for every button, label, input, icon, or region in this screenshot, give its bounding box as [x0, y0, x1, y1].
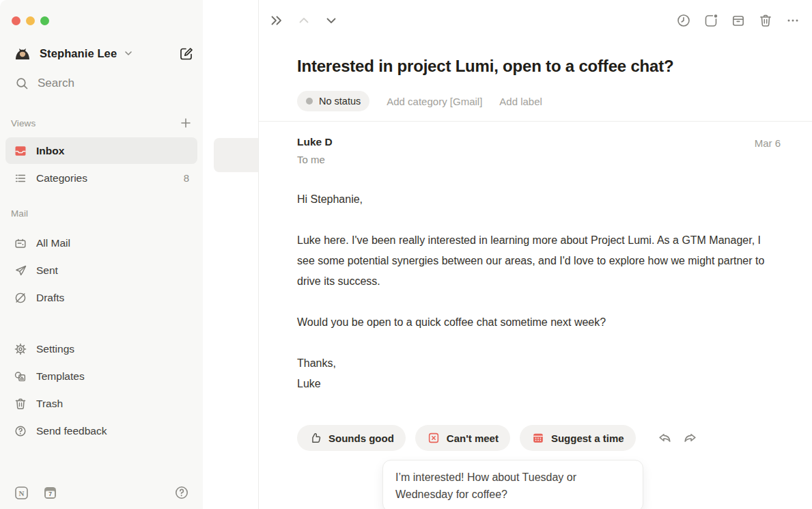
mail-header-label: Mail [11, 208, 28, 219]
forward-arrow-icon [682, 430, 699, 447]
recipient-line[interactable]: To me [297, 154, 325, 165]
views-header-label: Views [11, 118, 36, 128]
help-circle-icon [174, 485, 189, 500]
mail-section-header: Mail [11, 208, 192, 219]
body-paragraph: Would you be open to a quick coffee chat… [297, 312, 775, 333]
quick-replies-row: Sounds good Can't meet Suggest a time [297, 425, 699, 451]
trash-icon [14, 397, 27, 411]
search-icon [15, 77, 29, 90]
double-chevron-right-icon [269, 13, 284, 28]
sidebar-item-sent[interactable]: Sent [5, 257, 197, 284]
suggested-reply-text: I’m interested! How about Tuesday or Wed… [395, 469, 608, 503]
shapes-icon [14, 370, 27, 383]
sidebar-item-drafts[interactable]: Drafts [5, 284, 197, 311]
suggested-reply-tooltip[interactable]: I’m interested! How about Tuesday or Wed… [382, 460, 643, 509]
calendar-icon [531, 431, 545, 445]
gear-icon [14, 342, 27, 356]
search-input[interactable]: Search [15, 77, 74, 90]
email-meta-row: No status Add category [Gmail] Add label [297, 91, 542, 111]
sender-name[interactable]: Luke D [297, 136, 333, 148]
body-paragraph: Luke [297, 374, 775, 394]
quick-reply-cant-meet[interactable]: Can't meet [415, 425, 510, 451]
reply-arrow-icon [656, 430, 673, 447]
next-email-button[interactable] [324, 13, 339, 28]
thumbs-up-icon [309, 431, 322, 445]
chevron-down-icon [124, 49, 133, 58]
status-label: No status [319, 96, 361, 107]
more-options-button[interactable] [785, 13, 800, 28]
reply-forward-group [656, 430, 699, 447]
add-category-button[interactable]: Add category [Gmail] [387, 96, 482, 107]
sidebar-item-trash[interactable]: Trash [5, 390, 197, 417]
quick-reply-label: Can't meet [447, 432, 499, 444]
delete-button[interactable] [758, 13, 773, 28]
notion-icon: N [14, 486, 29, 500]
sidebar-item-settings[interactable]: Settings [5, 335, 197, 362]
calendar-app-button[interactable]: 7 [43, 486, 57, 500]
add-label-button[interactable]: Add label [499, 96, 542, 107]
sidebar-item-label: Trash [36, 398, 63, 410]
sidebar-footer: N 7 [14, 485, 189, 500]
reading-toolbar-left [269, 13, 339, 28]
inbox-icon [14, 144, 27, 158]
drafts-icon [14, 291, 27, 305]
square-dot-icon [703, 13, 718, 28]
quick-reply-sounds-good[interactable]: Sounds good [297, 425, 406, 451]
sidebar-item-label: Templates [36, 370, 85, 383]
all-mail-icon [14, 236, 27, 250]
sidebar-item-templates[interactable]: Templates [5, 363, 197, 389]
sidebar-item-label: Send feedback [36, 425, 107, 437]
selected-email-list-item[interactable] [214, 138, 258, 172]
search-placeholder: Search [38, 77, 74, 90]
sidebar-item-label: All Mail [36, 237, 70, 249]
calendar-app-icon: 7 [43, 486, 57, 500]
compose-icon [178, 46, 193, 61]
chevron-down-icon [324, 13, 339, 28]
quick-reply-label: Suggest a time [551, 432, 624, 444]
sidebar-item-label: Drafts [36, 292, 64, 304]
notion-app-button[interactable]: N [14, 486, 29, 500]
body-paragraph: Thanks, [297, 353, 775, 374]
avatar [14, 44, 31, 62]
panel-divider [258, 0, 259, 509]
sidebar-item-send-feedback[interactable]: Send feedback [5, 417, 197, 444]
sidebar-item-inbox[interactable]: Inbox [5, 137, 197, 164]
status-chip[interactable]: No status [297, 91, 369, 111]
message-date: Mar 6 [755, 137, 781, 149]
quick-reply-suggest-time[interactable]: Suggest a time [520, 425, 636, 451]
help-icon [14, 424, 27, 438]
sidebar: Stephanie Lee Search Views [0, 0, 203, 509]
help-button[interactable] [174, 485, 189, 500]
email-subject: Interested in project Lumi, open to a co… [297, 57, 673, 76]
archive-icon [731, 13, 746, 28]
account-name: Stephanie Lee [40, 47, 117, 60]
compose-button[interactable] [178, 46, 193, 61]
close-window-button[interactable] [12, 16, 20, 25]
chevron-up-icon [296, 13, 311, 28]
mail-list-strip [203, 0, 258, 509]
minimize-window-button[interactable] [26, 16, 35, 25]
zoom-window-button[interactable] [40, 16, 49, 25]
previous-email-button[interactable] [296, 13, 311, 28]
move-to-button[interactable] [703, 13, 718, 28]
add-view-button[interactable] [180, 117, 192, 129]
sidebar-item-categories[interactable]: Categories 8 [5, 165, 197, 191]
svg-text:N: N [19, 489, 25, 497]
account-switcher[interactable]: Stephanie Lee [14, 42, 193, 64]
expand-list-button[interactable] [269, 13, 284, 28]
sidebar-item-label: Categories [36, 172, 87, 184]
x-square-icon [427, 431, 440, 445]
snooze-button[interactable] [676, 13, 691, 28]
sidebar-item-label: Settings [36, 343, 74, 355]
reading-toolbar-right [676, 13, 800, 28]
window-controls [12, 16, 49, 25]
sidebar-item-all-mail[interactable]: All Mail [5, 230, 197, 256]
views-section-header: Views [11, 117, 192, 129]
forward-button[interactable] [682, 430, 699, 447]
send-icon [14, 264, 27, 277]
body-paragraph: Hi Stephanie, [297, 189, 775, 210]
body-paragraph: Luke here. I've been really interested i… [297, 230, 775, 292]
categories-icon [14, 171, 27, 185]
archive-button[interactable] [731, 13, 746, 28]
reply-button[interactable] [656, 430, 673, 447]
